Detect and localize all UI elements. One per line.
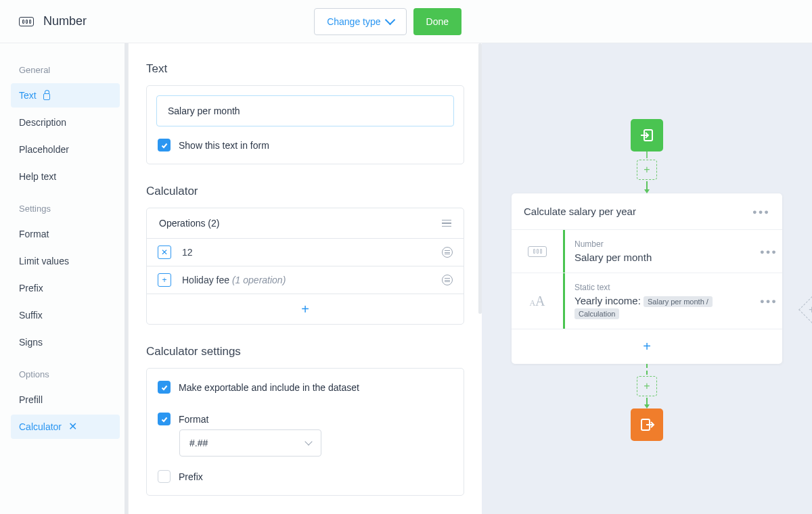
sidebar-item-format[interactable]: Format (11, 222, 120, 246)
sidebar-item-label: Text (19, 90, 37, 101)
calc-settings-panel: Make exportable and include in the datas… (146, 368, 464, 496)
change-type-button[interactable]: Change type (314, 8, 406, 35)
plus-icon: + (158, 273, 171, 287)
sidebar-item-text[interactable]: Text (11, 83, 120, 108)
row-title: Salary per month (574, 252, 747, 263)
operation-row[interactable]: + Holiday fee (1 operation) (147, 266, 464, 294)
sidebar-section-options: Options (19, 369, 112, 379)
sidebar-item-placeholder[interactable]: Placeholder (11, 137, 120, 162)
multiply-icon: ✕ (158, 246, 171, 259)
card-title: Calculate salary per year (524, 206, 636, 217)
operations-header[interactable]: Operations (2) (147, 208, 464, 239)
sidebar-item-label: Limit values (19, 256, 69, 266)
binding-chip: Salary per month / (644, 296, 713, 307)
sidebar-item-label: Help text (19, 171, 56, 182)
binding-chip: Calculation (574, 308, 619, 319)
sidebar-item-signs[interactable]: Signs (11, 330, 120, 354)
change-type-label: Change type (327, 16, 380, 27)
row-kicker: Number (574, 239, 747, 249)
number-field-icon (528, 246, 547, 257)
done-button[interactable]: Done (413, 8, 461, 35)
sidebar: General Text Description Placeholder Hel… (0, 43, 129, 514)
flow-card[interactable]: Calculate salary per year ●●● Number Sal… (512, 193, 782, 364)
sidebar-item-label: Suffix (19, 310, 43, 321)
more-icon[interactable]: ●●● (752, 208, 770, 216)
add-step-button[interactable]: + (637, 160, 657, 180)
chevron-down-icon (384, 15, 395, 26)
number-field-icon (19, 17, 34, 26)
add-branch-button[interactable]: + (798, 296, 812, 323)
row-title: Yearly income: Salary per month / Calcul… (574, 295, 747, 319)
sidebar-section-general: General (19, 65, 112, 75)
operations-label: Operations (2) (159, 218, 219, 229)
prefix-label: Prefix (179, 471, 203, 482)
format-value: #.## (189, 438, 208, 448)
close-icon[interactable]: ✕ (68, 421, 77, 432)
section-title-calculator: Calculator (146, 185, 464, 198)
add-field-button[interactable]: + (512, 329, 782, 364)
format-checkbox[interactable] (158, 413, 171, 425)
header: Number Change type Done (0, 0, 812, 43)
sidebar-item-label: Prefill (19, 394, 43, 405)
exportable-label: Make exportable and include in the datas… (179, 382, 359, 393)
menu-icon[interactable] (442, 220, 451, 227)
sidebar-item-label: Description (19, 117, 66, 128)
sidebar-item-label: Signs (19, 337, 43, 348)
flow-end-node[interactable] (631, 408, 663, 441)
format-select[interactable]: #.## (179, 429, 321, 457)
add-step-button[interactable]: + (637, 376, 657, 396)
drag-handle-icon[interactable] (442, 247, 453, 258)
add-operation-button[interactable]: + (147, 294, 464, 324)
sidebar-section-settings: Settings (19, 204, 112, 214)
operation-row[interactable]: ✕ 12 (147, 239, 464, 266)
prefix-checkbox[interactable] (158, 470, 171, 483)
more-icon[interactable]: ●●● (760, 248, 777, 256)
text-panel: Show this text in form (146, 85, 464, 164)
operation-label: Holiday fee (1 operation) (182, 275, 431, 285)
show-in-form-label: Show this text in form (179, 140, 269, 151)
sidebar-item-label: Placeholder (19, 144, 69, 155)
flow-canvas[interactable]: + Calculate salary per year ●●● Number S… (482, 43, 812, 514)
card-row[interactable]: AA Static text Yearly income: Salary per… (512, 273, 782, 329)
sidebar-item-description[interactable]: Description (11, 110, 120, 135)
show-in-form-checkbox[interactable] (158, 139, 171, 151)
chevron-down-icon (304, 438, 312, 445)
section-title-text: Text (146, 62, 464, 76)
operation-label: 12 (182, 247, 431, 258)
done-label: Done (426, 16, 449, 27)
text-input[interactable] (156, 95, 454, 126)
sidebar-item-prefill[interactable]: Prefill (11, 388, 120, 412)
page-title: Number (43, 14, 87, 28)
sidebar-item-calculator[interactable]: Calculator ✕ (11, 415, 120, 439)
sidebar-item-helptext[interactable]: Help text (11, 164, 120, 189)
sidebar-item-suffix[interactable]: Suffix (11, 303, 120, 327)
sidebar-item-label: Format (19, 229, 49, 239)
card-row[interactable]: Number Salary per month ●●● (512, 230, 782, 273)
sidebar-item-prefix[interactable]: Prefix (11, 276, 120, 300)
lock-icon (43, 93, 50, 100)
row-kicker: Static text (574, 283, 747, 292)
calculator-panel: Operations (2) ✕ 12 + Holiday fee (1 ope… (146, 208, 464, 325)
more-icon[interactable]: ●●● (760, 297, 777, 305)
drag-handle-icon[interactable] (442, 275, 453, 285)
exportable-checkbox[interactable] (158, 381, 171, 394)
format-label: Format (179, 414, 208, 425)
flow-start-node[interactable] (631, 119, 663, 151)
plus-icon: + (301, 302, 309, 316)
text-field-icon: AA (529, 294, 545, 309)
main-panel: Text Show this text in form Calculator O… (129, 43, 482, 514)
sidebar-item-label: Prefix (19, 283, 43, 294)
sidebar-item-label: Calculator (19, 421, 62, 432)
section-title-calc-settings: Calculator settings (146, 345, 464, 358)
sidebar-item-limit[interactable]: Limit values (11, 249, 120, 273)
